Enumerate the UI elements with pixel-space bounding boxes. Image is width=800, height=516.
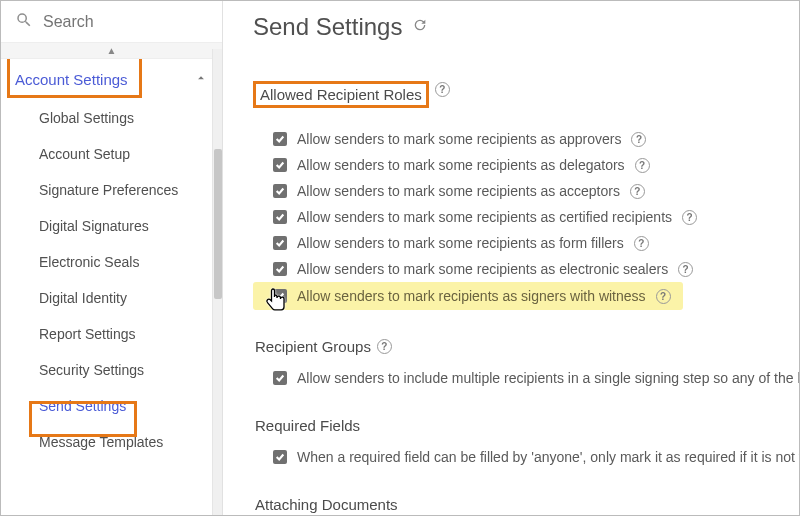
sidebar: ▲ Account Settings Global Settings Accou… <box>1 1 223 515</box>
section-heading-recipient-groups: Recipient Groups <box>255 338 371 355</box>
sidebar-item-electronic-seals[interactable]: Electronic Seals <box>1 244 222 280</box>
section-heading-required-fields: Required Fields <box>255 417 360 434</box>
checkbox[interactable] <box>273 184 287 198</box>
setting-approvers: Allow senders to mark some recipients as… <box>253 126 789 152</box>
help-icon[interactable]: ? <box>678 262 693 277</box>
section-attaching-documents: Attaching Documents <box>253 470 789 515</box>
nav-group-account-settings[interactable]: Account Settings <box>1 59 222 100</box>
search-input[interactable] <box>41 12 208 32</box>
setting-label: Allow senders to mark some recipients as… <box>297 235 624 251</box>
checkbox[interactable] <box>273 132 287 146</box>
checkbox[interactable] <box>273 210 287 224</box>
help-icon[interactable]: ? <box>656 289 671 304</box>
refresh-icon[interactable] <box>412 17 428 37</box>
setting-required-fields: When a required field can be filled by '… <box>253 444 789 470</box>
checkbox[interactable] <box>273 450 287 464</box>
help-icon[interactable]: ? <box>630 184 645 199</box>
sidebar-item-message-templates[interactable]: Message Templates <box>1 424 222 460</box>
scrollbar-thumb[interactable] <box>214 149 222 299</box>
setting-label: Allow senders to include multiple recipi… <box>297 370 799 386</box>
section-required-fields: Required Fields When a required field ca… <box>253 391 789 470</box>
nav: Account Settings Global Settings Account… <box>1 59 222 515</box>
setting-form-fillers: Allow senders to mark some recipients as… <box>253 230 789 256</box>
help-icon[interactable]: ? <box>634 236 649 251</box>
setting-label: Allow senders to mark some recipients as… <box>297 157 625 173</box>
help-icon[interactable]: ? <box>377 339 392 354</box>
scroll-up-button[interactable]: ▲ <box>1 43 222 59</box>
setting-label: Allow senders to mark some recipients as… <box>297 261 668 277</box>
sidebar-item-account-setup[interactable]: Account Setup <box>1 136 222 172</box>
setting-recipient-groups: Allow senders to include multiple recipi… <box>253 365 789 391</box>
checkbox[interactable] <box>273 371 287 385</box>
setting-label: Allow senders to mark some recipients as… <box>297 183 620 199</box>
checkbox[interactable] <box>273 289 287 303</box>
setting-signers-with-witness: Allow senders to mark recipients as sign… <box>253 282 683 310</box>
help-icon[interactable]: ? <box>435 82 450 97</box>
section-allowed-recipient-roles: Allowed Recipient Roles ? Allow senders … <box>253 63 789 310</box>
checkbox[interactable] <box>273 262 287 276</box>
page-title: Send Settings <box>253 13 402 41</box>
search-row <box>1 1 222 43</box>
help-icon[interactable]: ? <box>682 210 697 225</box>
help-icon[interactable]: ? <box>631 132 646 147</box>
sidebar-item-global-settings[interactable]: Global Settings <box>1 100 222 136</box>
content: Send Settings Allowed Recipient Roles ? … <box>223 1 799 515</box>
sidebar-item-digital-identity[interactable]: Digital Identity <box>1 280 222 316</box>
nav-group-label: Account Settings <box>15 71 128 88</box>
search-icon <box>15 11 33 32</box>
checkbox[interactable] <box>273 158 287 172</box>
sidebar-item-security-settings[interactable]: Security Settings <box>1 352 222 388</box>
setting-acceptors: Allow senders to mark some recipients as… <box>253 178 789 204</box>
sidebar-item-digital-signatures[interactable]: Digital Signatures <box>1 208 222 244</box>
checkbox[interactable] <box>273 236 287 250</box>
setting-electronic-sealers: Allow senders to mark some recipients as… <box>253 256 789 282</box>
section-heading-attaching-documents: Attaching Documents <box>255 496 398 513</box>
help-icon[interactable]: ? <box>635 158 650 173</box>
sidebar-item-send-settings[interactable]: Send Settings <box>1 388 222 424</box>
section-heading-allowed-roles: Allowed Recipient Roles <box>253 81 429 108</box>
page-title-row: Send Settings <box>253 13 789 41</box>
setting-delegators: Allow senders to mark some recipients as… <box>253 152 789 178</box>
setting-certified-recipients: Allow senders to mark some recipients as… <box>253 204 789 230</box>
sidebar-item-signature-preferences[interactable]: Signature Preferences <box>1 172 222 208</box>
chevron-up-icon <box>194 71 208 88</box>
setting-label: Allow senders to mark recipients as sign… <box>297 288 646 304</box>
setting-label: Allow senders to mark some recipients as… <box>297 131 621 147</box>
section-recipient-groups: Recipient Groups ? Allow senders to incl… <box>253 310 789 391</box>
sidebar-item-report-settings[interactable]: Report Settings <box>1 316 222 352</box>
setting-label: Allow senders to mark some recipients as… <box>297 209 672 225</box>
scrollbar[interactable] <box>212 49 222 515</box>
setting-label: When a required field can be filled by '… <box>297 449 799 465</box>
